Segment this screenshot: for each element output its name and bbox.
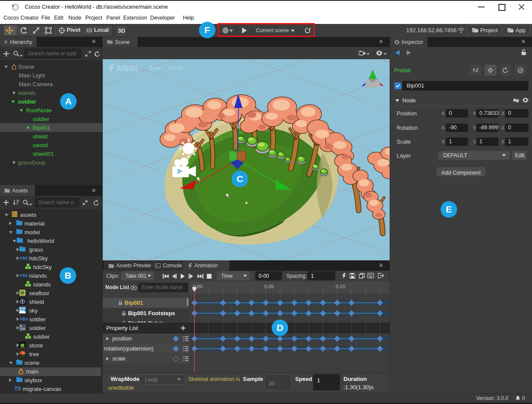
svg-text:Close: Close: [168, 65, 183, 71]
svg-text:Save: Save: [149, 65, 161, 71]
svg-text:ANIM: ANIM: [116, 64, 138, 73]
